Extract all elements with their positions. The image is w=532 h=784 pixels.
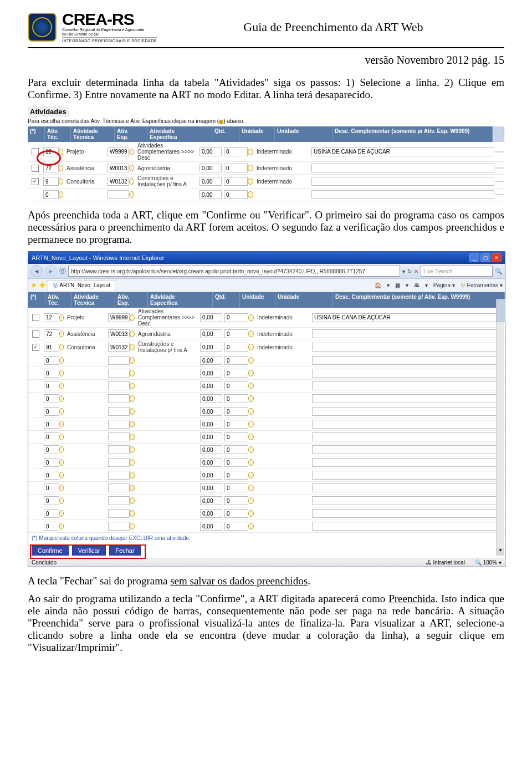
ativ-esp-input[interactable] xyxy=(108,420,130,429)
minimize-button[interactable]: _ xyxy=(469,253,479,262)
desc-complementar-input[interactable] xyxy=(312,432,504,441)
desc-complementar-input[interactable] xyxy=(312,522,504,531)
unidade-code-input[interactable] xyxy=(224,313,248,322)
lookup-icon[interactable] xyxy=(59,330,64,337)
lookup-icon[interactable] xyxy=(59,395,64,402)
qtd-input[interactable] xyxy=(200,407,222,416)
lookup-icon[interactable] xyxy=(129,191,134,198)
ativ-esp-input[interactable] xyxy=(108,471,130,480)
qtd-input[interactable] xyxy=(200,471,222,480)
lookup-icon[interactable] xyxy=(59,497,64,504)
lookup-icon[interactable] xyxy=(130,497,135,504)
qtd-input[interactable] xyxy=(200,483,222,492)
ativ-esp-input[interactable] xyxy=(108,496,130,505)
lookup-icon[interactable] xyxy=(248,421,254,427)
lookup-icon[interactable] xyxy=(248,191,253,198)
table-row[interactable] xyxy=(28,469,505,482)
address-bar[interactable]: http://www.crea-rs.org.br/apolosirius/se… xyxy=(68,266,400,277)
qtd-input[interactable] xyxy=(200,509,222,518)
lookup-icon[interactable] xyxy=(248,314,254,321)
window-close-button[interactable]: ✕ xyxy=(492,253,502,262)
qtd-input[interactable] xyxy=(200,522,222,531)
table-row[interactable] xyxy=(28,495,505,507)
ativ-tec-input[interactable] xyxy=(44,483,59,492)
table-row[interactable] xyxy=(28,405,505,418)
lookup-icon[interactable] xyxy=(59,434,64,440)
ativ-esp-input[interactable] xyxy=(108,177,129,186)
lookup-icon[interactable] xyxy=(129,165,134,171)
unidade-code-input[interactable] xyxy=(224,432,248,441)
table-row[interactable] xyxy=(28,354,505,367)
lookup-icon[interactable] xyxy=(129,178,134,185)
lookup-icon[interactable] xyxy=(130,314,135,321)
ativ-tec-input[interactable] xyxy=(44,471,59,480)
row-checkbox[interactable] xyxy=(32,330,39,338)
forward-button[interactable]: ► xyxy=(45,265,57,277)
lookup-icon[interactable] xyxy=(248,149,253,155)
unidade-code-input[interactable] xyxy=(224,190,248,199)
qtd-input[interactable] xyxy=(200,147,222,156)
browser-tab[interactable]: ⓔ ARTN_Novo_Layout xyxy=(48,280,115,291)
ativ-tec-input[interactable] xyxy=(44,458,59,467)
lookup-icon[interactable] xyxy=(248,446,254,453)
lookup-icon[interactable] xyxy=(248,408,254,415)
lookup-icon[interactable] xyxy=(130,472,135,478)
table-row[interactable] xyxy=(28,444,505,456)
desc-complementar-input[interactable] xyxy=(312,313,504,322)
ativ-esp-input[interactable] xyxy=(108,407,130,416)
lookup-icon[interactable] xyxy=(248,510,254,517)
status-zoom[interactable]: 🔍 100% ▾ xyxy=(475,559,502,566)
ativ-tec-input[interactable] xyxy=(43,177,59,186)
feeds-icon[interactable]: ▦ xyxy=(395,282,400,288)
lookup-icon[interactable] xyxy=(59,523,64,530)
lookup-icon[interactable] xyxy=(130,357,135,364)
qtd-input[interactable] xyxy=(200,458,222,467)
table-row[interactable] xyxy=(28,431,505,444)
unidade-code-input[interactable] xyxy=(224,483,248,492)
table-row[interactable] xyxy=(28,520,505,533)
qtd-input[interactable] xyxy=(200,329,222,338)
qtd-input[interactable] xyxy=(200,356,222,365)
desc-complementar-input[interactable] xyxy=(312,496,504,505)
desc-complementar-input[interactable] xyxy=(312,483,504,492)
lookup-icon[interactable] xyxy=(248,459,254,466)
qtd-input[interactable] xyxy=(200,164,222,172)
ferramentas-menu[interactable]: ⚙ Ferramentas ▾ xyxy=(461,282,503,288)
lookup-icon[interactable] xyxy=(59,408,64,415)
lookup-icon[interactable] xyxy=(59,165,64,171)
desc-complementar-input[interactable] xyxy=(312,343,504,352)
unidade-code-input[interactable] xyxy=(224,458,248,467)
ativ-esp-input[interactable] xyxy=(108,445,130,454)
desc-complementar-input[interactable] xyxy=(311,164,494,172)
ativ-esp-input[interactable] xyxy=(108,356,130,365)
favorites-add-icon[interactable]: ✚ xyxy=(39,281,45,289)
lookup-icon[interactable] xyxy=(130,395,135,402)
ativ-esp-input[interactable] xyxy=(108,190,129,199)
unidade-code-input[interactable] xyxy=(224,343,248,352)
ativ-tec-input[interactable] xyxy=(44,407,59,416)
table-row[interactable] xyxy=(28,456,505,469)
stop-button[interactable]: ✕ xyxy=(414,268,418,274)
lookup-icon[interactable] xyxy=(59,383,64,389)
lookup-icon[interactable] xyxy=(130,383,135,389)
desc-complementar-input[interactable] xyxy=(312,420,504,429)
desc-complementar-input[interactable] xyxy=(312,407,504,416)
home-icon[interactable]: 🏠 xyxy=(375,282,381,288)
lookup-icon[interactable] xyxy=(59,485,64,491)
desc-complementar-input[interactable] xyxy=(312,381,504,390)
unidade-code-input[interactable] xyxy=(224,471,248,480)
ativ-esp-input[interactable] xyxy=(108,369,130,378)
table-row[interactable] xyxy=(28,367,505,380)
unidade-code-input[interactable] xyxy=(224,147,248,156)
unidade-code-input[interactable] xyxy=(224,407,248,416)
lookup-icon[interactable] xyxy=(59,510,64,517)
qtd-input[interactable] xyxy=(200,432,222,441)
lookup-icon[interactable] xyxy=(59,472,64,478)
pagina-menu[interactable]: Página ▾ xyxy=(433,282,455,288)
lookup-icon[interactable] xyxy=(59,370,64,376)
ativ-esp-input[interactable] xyxy=(108,483,130,492)
lookup-icon[interactable] xyxy=(248,357,254,364)
ativ-esp-input[interactable] xyxy=(108,329,130,338)
qtd-input[interactable] xyxy=(200,313,222,322)
qtd-input[interactable] xyxy=(200,445,222,454)
